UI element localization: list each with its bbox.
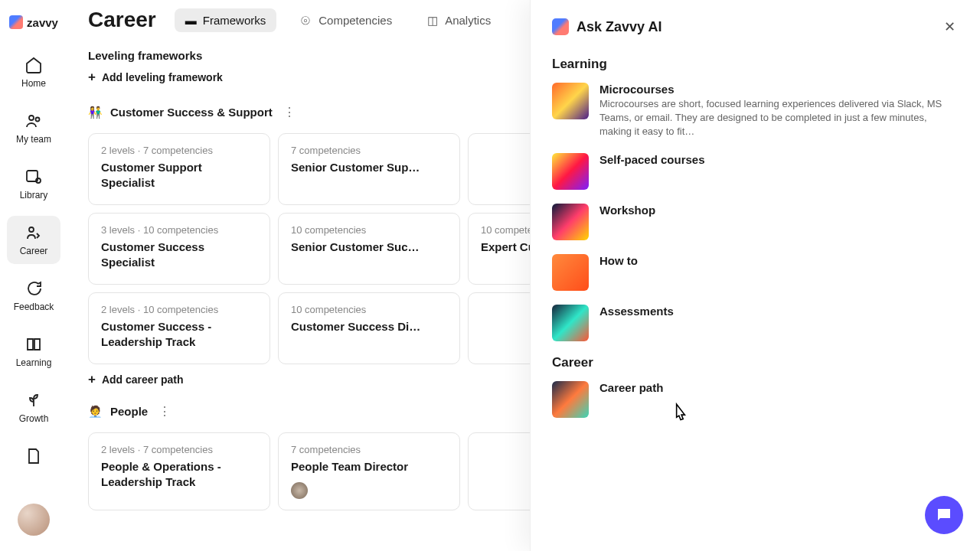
ai-option-microcourses[interactable]: Microcourses Microcourses are short, foc… [552, 83, 959, 139]
svg-point-4 [29, 227, 34, 232]
nav-feedback[interactable]: Feedback [7, 272, 60, 320]
nav-label: Feedback [14, 302, 54, 312]
nav-label: Library [20, 190, 48, 201]
option-thumb-icon [552, 83, 589, 119]
ai-option-howto[interactable]: How to [552, 254, 959, 291]
ai-panel: Ask Zavvy AI ✕ Learning Microcourses Mic… [530, 0, 980, 551]
ai-option-assessments[interactable]: Assessments [552, 305, 959, 341]
chat-icon [935, 506, 953, 524]
logo-icon [9, 15, 23, 29]
role-card[interactable]: 2 levels · 7 competenciesCustomer Suppor… [88, 133, 270, 205]
role-card[interactable]: 7 competenciesPeople Team Director [278, 432, 460, 510]
career-icon [24, 223, 43, 242]
plus-icon: + [88, 70, 96, 85]
competencies-icon: ⦾ [301, 14, 313, 26]
nav-library[interactable]: Library [7, 160, 60, 208]
nav-label: Learning [16, 357, 52, 368]
brand-name: zavvy [27, 16, 58, 29]
option-title: Workshop [599, 204, 959, 217]
brand-logo[interactable]: zavvy [9, 15, 58, 29]
nav-home[interactable]: Home [7, 48, 60, 96]
svg-point-0 [29, 116, 34, 120]
option-thumb-icon [552, 305, 589, 341]
learning-icon [24, 335, 43, 354]
zavvy-ai-icon [552, 18, 569, 35]
role-card[interactable]: 2 levels · 10 competenciesCustomer Succe… [88, 292, 270, 364]
nav-growth[interactable]: Growth [7, 383, 60, 432]
option-thumb-icon [552, 153, 589, 190]
more-icon[interactable]: ⋮ [280, 102, 299, 122]
tab-frameworks[interactable]: ▬ Frameworks [175, 8, 277, 32]
option-title: Self-paced courses [599, 153, 959, 166]
library-icon [24, 168, 43, 186]
more-icon[interactable]: ⋮ [155, 401, 174, 422]
option-thumb-icon [552, 254, 589, 291]
chat-button[interactable] [925, 496, 963, 534]
ai-option-selfpaced[interactable]: Self-paced courses [552, 153, 959, 190]
nav-label: Career [20, 246, 48, 256]
nav-myteam[interactable]: My team [7, 104, 60, 152]
role-card[interactable]: 7 competenciesSenior Customer Sup… [278, 133, 460, 205]
svg-point-1 [36, 118, 40, 122]
tab-competencies[interactable]: ⦾ Competencies [290, 8, 403, 32]
role-card[interactable]: 10 competenciesSenior Customer Suc… [278, 213, 460, 285]
page-title: Career [88, 8, 156, 32]
option-thumb-icon [552, 204, 589, 240]
panel-section-title: Career [552, 355, 959, 370]
tab-label: Frameworks [203, 14, 266, 27]
panel-section-title: Learning [552, 57, 959, 72]
track-emoji: 🧑‍💼 [88, 405, 103, 419]
nav-learning[interactable]: Learning [7, 328, 60, 376]
nav-label: Home [21, 78, 46, 89]
tab-analytics[interactable]: ◫ Analytics [416, 8, 501, 32]
add-path-label: Add career path [102, 373, 184, 386]
option-title: Assessments [599, 305, 959, 318]
analytics-icon: ◫ [427, 14, 439, 26]
user-avatar[interactable] [18, 504, 50, 536]
frameworks-icon: ▬ [185, 14, 198, 26]
option-title: Microcourses [599, 83, 959, 96]
nav-more[interactable] [7, 439, 60, 473]
feedback-icon [24, 279, 43, 298]
close-icon[interactable]: ✕ [941, 15, 959, 38]
member-avatar [291, 482, 308, 499]
home-icon [24, 56, 43, 74]
tab-label: Competencies [318, 14, 392, 27]
track-name: People [110, 405, 148, 418]
role-card[interactable]: 10 competenciesCustomer Success Di… [278, 292, 460, 364]
ai-option-careerpath[interactable]: Career path [552, 381, 959, 418]
option-title: Career path [599, 381, 959, 394]
option-title: How to [599, 254, 959, 267]
team-icon [24, 112, 43, 130]
add-label: Add leveling framework [102, 71, 223, 83]
role-card[interactable]: 3 levels · 10 competenciesCustomer Succe… [88, 213, 270, 285]
nav-label: My team [16, 134, 51, 145]
document-icon [24, 447, 43, 465]
sidebar: zavvy Home My team Library Career Feedba… [0, 0, 67, 551]
role-card[interactable]: 2 levels · 7 competenciesPeople & Operat… [88, 432, 270, 510]
panel-header: Ask Zavvy AI ✕ [552, 15, 959, 38]
growth-icon [24, 391, 43, 409]
track-emoji: 👫 [88, 106, 103, 119]
nav-career[interactable]: Career [7, 216, 60, 264]
track-name: Customer Success & Support [110, 106, 273, 119]
panel-title: Ask Zavvy AI [577, 19, 662, 35]
nav-label: Growth [19, 413, 49, 424]
ai-option-workshop[interactable]: Workshop [552, 204, 959, 240]
option-thumb-icon [552, 381, 589, 418]
tab-label: Analytics [445, 14, 491, 27]
option-desc: Microcourses are short, focused learning… [599, 97, 959, 139]
plus-icon: + [88, 372, 96, 387]
